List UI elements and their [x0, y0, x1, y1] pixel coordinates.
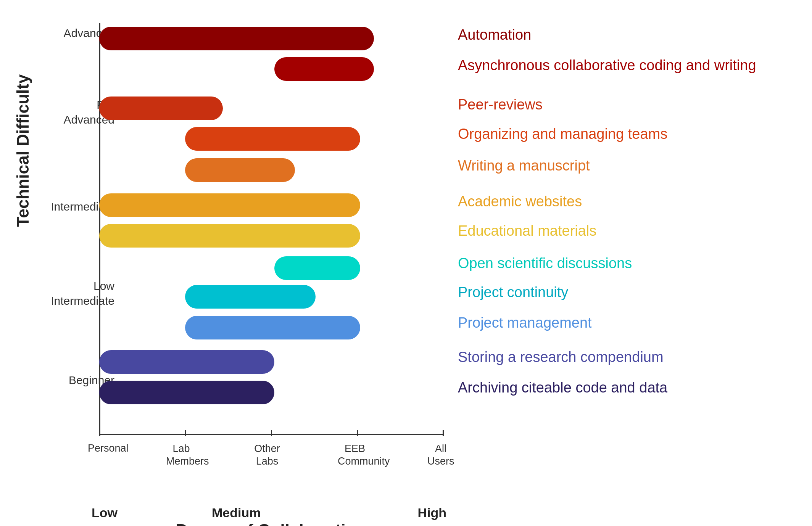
x-tick-container: Personal LabMembers OtherLabs EEBCommuni… [99, 442, 443, 467]
x-scale-low: Low [92, 505, 118, 520]
bar-writing-manuscript [185, 158, 295, 182]
bar-project-management [185, 316, 360, 339]
label-storing-compendium: Storing a research compendium [458, 349, 664, 365]
label-writing-manuscript: Writing a manuscript [458, 158, 590, 174]
x-axis-title: Degree of Collaboration [176, 521, 366, 526]
x-tick-all-users: AllUsers [427, 442, 454, 467]
y-axis-line [99, 23, 100, 435]
label-archiving-code: Archiving citeable code and data [458, 380, 667, 396]
label-peer-reviews: Peer-reviews [458, 97, 543, 113]
x-tick-eeb-community: EEBCommunity [338, 442, 372, 467]
label-open-scientific: Open scientific discussions [458, 255, 632, 272]
bar-automation [99, 27, 374, 50]
chart-container: Technical Difficulty Advanced PreAdvance… [23, 15, 805, 511]
bar-archiving-code [99, 381, 274, 404]
bar-storing-compendium [99, 350, 274, 374]
bar-educational-materials [99, 224, 360, 248]
label-academic-websites: Academic websites [458, 193, 582, 210]
x-tick-lab-members: LabMembers [166, 442, 197, 467]
bar-peer-reviews [99, 97, 223, 120]
tick-0 [99, 430, 100, 436]
x-scale-medium: Medium [212, 505, 261, 520]
label-async-collab: Asynchronous collaborative coding and wr… [458, 57, 756, 74]
bar-project-continuity [185, 285, 316, 309]
bar-async-collab [274, 57, 374, 81]
label-project-continuity: Project continuity [458, 284, 568, 301]
tick-50 [271, 430, 272, 436]
bar-open-scientific [274, 256, 360, 280]
tick-75 [357, 430, 358, 436]
x-tick-other-labs: OtherLabs [252, 442, 282, 467]
tick-25 [185, 430, 186, 436]
x-tick-personal: Personal [88, 442, 111, 454]
bar-academic-websites [99, 193, 360, 217]
plot-area: Personal LabMembers OtherLabs EEBCommuni… [99, 23, 443, 435]
label-organizing-teams: Organizing and managing teams [458, 126, 667, 142]
tick-100 [443, 430, 444, 436]
label-project-management: Project management [458, 315, 592, 331]
label-educational-materials: Educational materials [458, 223, 596, 239]
y-axis-title: Technical Difficulty [13, 0, 32, 227]
label-automation: Automation [458, 27, 531, 43]
x-scale-high: High [417, 505, 446, 520]
bar-organizing-teams [185, 127, 360, 151]
